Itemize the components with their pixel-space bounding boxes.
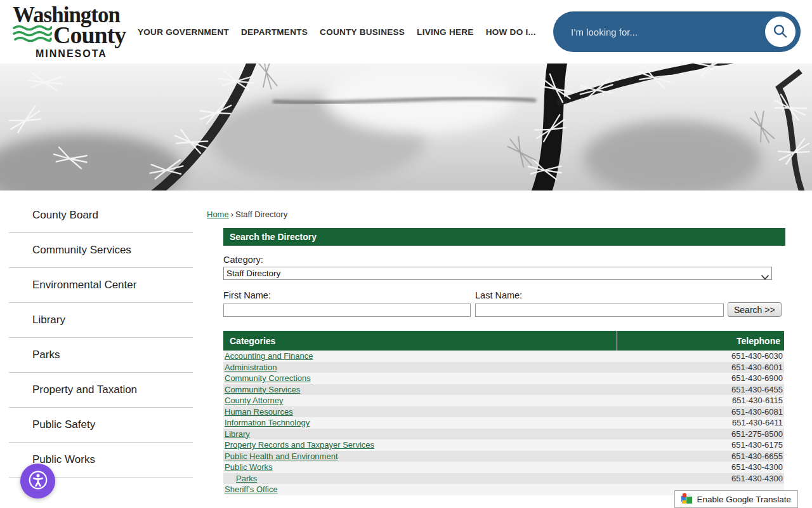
category-link[interactable]: Public Health and Environment <box>225 451 338 461</box>
nav-how-do-i[interactable]: HOW DO I... <box>486 27 536 37</box>
telephone-value: 651-430-6455 <box>617 384 784 396</box>
telephone-value: 651-430-6175 <box>617 439 784 451</box>
first-name-label: First Name: <box>223 290 471 300</box>
category-select[interactable]: Staff Directory <box>223 267 772 280</box>
sidebar-item-county-board[interactable]: County Board <box>9 198 193 233</box>
site-header: Washington County MINNESOTA YOUR GOVERNM… <box>0 0 812 64</box>
table-header-row: Categories Telephone <box>223 331 784 351</box>
telephone-value: 651-430-6411 <box>617 417 784 429</box>
table-row: Human Resources 651-430-6081 <box>223 406 784 418</box>
sidebar-item-public-safety[interactable]: Public Safety <box>9 408 193 443</box>
enable-google-translate-button[interactable]: Enable Google Translate <box>674 490 798 508</box>
table-row: Accounting and Finance 651-430-6030 <box>223 351 784 362</box>
panel-title: Search the Directory <box>223 228 785 246</box>
first-name-input[interactable] <box>223 304 471 317</box>
telephone-value: 651-430-6655 <box>617 451 784 462</box>
nav-county-business[interactable]: COUNTY BUSINESS <box>320 27 405 37</box>
telephone-column-header: Telephone <box>617 331 784 351</box>
google-translate-icon <box>681 493 692 506</box>
telephone-value: 651-430-6081 <box>617 406 784 418</box>
telephone-value: 651-430-6115 <box>617 395 784 406</box>
nav-your-government[interactable]: YOUR GOVERNMENT <box>138 27 229 37</box>
accessibility-widget-button[interactable] <box>20 464 55 498</box>
telephone-value: 651-430-6030 <box>617 351 784 362</box>
name-search-row: First Name: Last Name: Search >> <box>223 290 785 317</box>
sidebar-nav: County Board Community Services Environm… <box>9 190 193 478</box>
telephone-value: 651-430-6900 <box>617 373 784 384</box>
sidebar-item-environmental-center[interactable]: Environmental Center <box>9 268 193 303</box>
table-row: Administration 651-430-6001 <box>223 362 784 373</box>
table-row: County Attorney 651-430-6115 <box>223 395 784 406</box>
category-link[interactable]: Community Services <box>225 385 300 394</box>
table-row: Property Records and Taxpayer Services 6… <box>223 439 784 451</box>
last-name-input[interactable] <box>475 304 724 317</box>
logo-waves-icon <box>13 25 52 45</box>
sidebar-item-library[interactable]: Library <box>9 303 193 338</box>
directory-search-button[interactable]: Search >> <box>728 302 782 317</box>
category-link[interactable]: Sheriff's Office <box>225 485 278 494</box>
site-search-input[interactable] <box>571 27 749 37</box>
logo-text-county: County <box>53 23 126 47</box>
search-directory-panel: Search the Directory Category: Staff Dir… <box>223 228 785 495</box>
breadcrumb-separator: › <box>231 210 233 219</box>
content-area: County Board Community Services Environm… <box>0 190 812 495</box>
main-nav: YOUR GOVERNMENT DEPARTMENTS COUNTY BUSIN… <box>138 0 536 64</box>
sidebar-item-community-services[interactable]: Community Services <box>9 233 193 268</box>
translate-label: Enable Google Translate <box>697 495 791 504</box>
page: Washington County MINNESOTA YOUR GOVERNM… <box>0 0 812 508</box>
category-label: Category: <box>223 255 785 265</box>
category-link[interactable]: Property Records and Taxpayer Services <box>225 440 374 450</box>
table-row: Public Health and Environment 651-430-66… <box>223 451 784 462</box>
search-icon <box>772 23 789 41</box>
table-row: Public Works 651-430-4300 <box>223 462 784 473</box>
telephone-value: 651-430-4300 <box>617 462 784 473</box>
category-link[interactable]: Information Technology <box>225 418 310 427</box>
category-link[interactable]: Accounting and Finance <box>225 351 313 361</box>
category-link[interactable]: Administration <box>225 363 277 372</box>
last-name-label: Last Name: <box>475 290 724 300</box>
table-row: Community Services 651-430-6455 <box>223 384 784 396</box>
nav-departments[interactable]: DEPARTMENTS <box>241 27 308 37</box>
category-link[interactable]: County Attorney <box>225 396 284 405</box>
site-search <box>553 11 801 52</box>
table-row: Information Technology 651-430-6411 <box>223 417 784 429</box>
category-link[interactable]: Community Corrections <box>225 373 311 383</box>
table-row: Library 651-275-8500 <box>223 429 784 440</box>
telephone-value: 651-430-4300 <box>617 473 784 485</box>
category-link[interactable]: Library <box>225 429 250 439</box>
table-row: Parks 651-430-4300 <box>223 473 784 485</box>
sidebar-item-property-and-taxation[interactable]: Property and Taxation <box>9 373 193 408</box>
main-column: Home›Staff Directory Search the Director… <box>207 190 785 495</box>
breadcrumb: Home›Staff Directory <box>207 210 785 219</box>
hero-banner-image <box>0 64 812 190</box>
breadcrumb-current: Staff Directory <box>235 210 287 219</box>
category-link[interactable]: Human Resources <box>225 407 293 417</box>
logo-text-minnesota: MINNESOTA <box>36 47 127 61</box>
categories-column-header: Categories <box>223 331 617 351</box>
directory-table: Categories Telephone Accounting and Fina… <box>223 331 784 495</box>
category-link[interactable]: Public Works <box>225 462 273 472</box>
accessibility-person-icon <box>27 469 49 493</box>
telephone-value: 651-275-8500 <box>617 429 784 440</box>
category-link-parks-sub[interactable]: Parks <box>236 474 257 483</box>
category-select-wrap: Staff Directory <box>223 267 772 280</box>
table-row: Community Corrections 651-430-6900 <box>223 373 784 384</box>
nav-living-here[interactable]: LIVING HERE <box>417 27 474 37</box>
telephone-value: 651-430-6001 <box>617 362 784 373</box>
county-logo[interactable]: Washington County MINNESOTA <box>13 4 127 61</box>
sidebar-item-parks[interactable]: Parks <box>9 338 193 373</box>
site-search-button[interactable] <box>765 17 796 47</box>
breadcrumb-home-link[interactable]: Home <box>207 210 229 219</box>
